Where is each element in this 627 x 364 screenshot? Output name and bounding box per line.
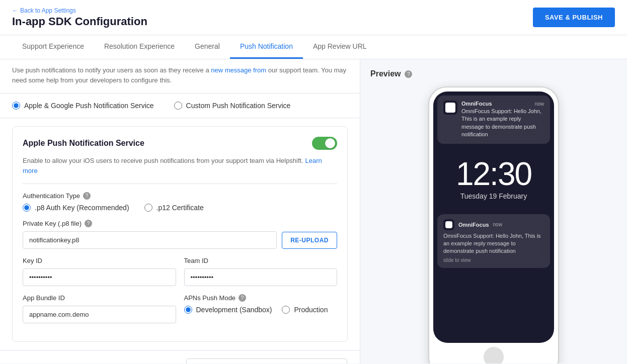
save-publish-button[interactable]: SAVE & PUBLISH [533,8,615,27]
bottom-notif-text: OmniFocus Support: Hello John, This is a… [443,232,544,255]
bundle-id-section: App Bundle ID [23,294,176,323]
bottom-notification: OmniFocus now OmniFocus Support: Hello J… [437,214,550,268]
team-id-label: Team ID [184,257,338,264]
service-option-apple-google[interactable]: Apple & Google Push Notification Service [12,102,154,110]
intro-section: Use push notifications to notify your us… [0,59,360,94]
key-team-row: Key ID Team ID [23,257,337,286]
bundle-apns-row: App Bundle ID APNs Push Mode ? Developme… [23,294,337,323]
bottom-notif-app: OmniFocus [458,222,489,228]
notif-app-name: OmniFocus [461,101,492,107]
auth-p8-option[interactable]: .p8 Auth Key (Recommended) [23,204,129,212]
team-id-input[interactable] [184,268,338,286]
phone-home-button[interactable] [484,347,504,363]
apns-mode-section: APNs Push Mode ? Development (Sandbox) P… [184,294,338,323]
notif-app-icon [443,101,457,115]
lock-time: 12:30 [433,158,554,190]
lock-screen-center: 12:30 Tuesday 19 February [433,148,554,210]
auth-type-section: Authentication Type ? .p8 Auth Key (Reco… [23,192,337,212]
key-id-input[interactable] [23,268,176,286]
slide-to-view: slide to view [443,257,544,263]
service-option-custom[interactable]: Custom Push Notification Service [174,102,291,110]
auth-p12-label: .p12 Certificate [156,204,204,212]
back-link-label: Back to App Settings [20,7,76,14]
preview-label: Preview [370,69,401,78]
key-id-label: Key ID [23,257,176,264]
bottom-options: Update Badge Count ? Custom Sound Alert [0,350,360,363]
notif-text: OmniFocus Support: Hello John, This is a… [461,108,544,139]
screen-spacer [433,272,554,287]
intro-text: Use push notifications to notify your us… [12,65,348,85]
service-option-custom-label: Custom Push Notification Service [186,102,291,110]
intro-link[interactable]: new message from [211,66,266,74]
main-layout: Use push notifications to notify your us… [0,59,627,363]
apns-card-header: Apple Push Notification Service [23,137,337,150]
bundle-id-label: App Bundle ID [23,294,176,302]
preview-header: Preview ? [370,69,617,78]
back-arrow-icon: ← [12,7,18,14]
notif-content: OmniFocus now OmniFocus Support: Hello J… [461,101,544,139]
lock-date: Tuesday 19 February [433,192,554,200]
top-bar: ← Back to App Settings In-app SDK Config… [0,0,627,35]
notif-time: now [535,101,544,107]
key-id-section: Key ID [23,257,176,286]
notif-icon-inner [445,103,455,113]
apns-sandbox-option[interactable]: Development (Sandbox) [184,306,272,314]
tab-resolution[interactable]: Resolution Experience [94,35,185,59]
apns-mode-help-icon[interactable]: ? [239,294,246,302]
service-selector: Apple & Google Push Notification Service… [0,94,360,118]
back-link[interactable]: ← Back to App Settings [12,7,147,14]
apns-mode-label: APNs Push Mode ? [184,294,338,302]
file-upload-row: RE-UPLOAD [23,231,337,249]
apns-card-title: Apple Push Notification Service [23,139,144,148]
apns-sandbox-label: Development (Sandbox) [196,306,272,314]
apns-card-desc: Enable to allow your iOS users to receiv… [23,156,337,175]
notif-app-row: OmniFocus now [461,101,544,107]
reupload-button[interactable]: RE-UPLOAD [282,232,337,249]
auth-type-radio-group: .p8 Auth Key (Recommended) .p12 Certific… [23,204,337,212]
service-option-apple-google-label: Apple & Google Push Notification Service [24,102,154,110]
bottom-notif-icon-inner [445,221,452,228]
toggle-slider [312,137,337,150]
phone-frame: OmniFocus now OmniFocus Support: Hello J… [428,86,559,363]
top-notification: OmniFocus now OmniFocus Support: Hello J… [437,96,550,144]
tab-push[interactable]: Push Notification [230,35,303,59]
team-id-section: Team ID [184,257,338,286]
bottom-notif-icon [443,219,454,230]
bottom-notif-time: now [493,222,502,227]
tab-review[interactable]: App Review URL [303,35,377,59]
private-key-label: Private Key (.p8 file) ? [23,220,337,227]
auth-type-help-icon[interactable]: ? [83,192,91,200]
private-key-section: Private Key (.p8 file) ? RE-UPLOAD [23,220,337,249]
top-bar-left: ← Back to App Settings In-app SDK Config… [12,7,147,28]
tab-general[interactable]: General [185,35,230,59]
phone-screen: OmniFocus now OmniFocus Support: Hello J… [433,92,554,343]
private-key-input[interactable] [23,231,277,249]
auth-p12-option[interactable]: .p12 Certificate [144,204,204,212]
auth-p8-label: .p8 Auth Key (Recommended) [35,204,129,212]
nav-tabs: Support Experience Resolution Experience… [0,35,627,59]
apns-mode-radios: Development (Sandbox) Production [184,306,338,314]
bottom-notif-header: OmniFocus now [443,219,544,230]
tab-support[interactable]: Support Experience [12,35,94,59]
sound-file-input[interactable] [186,358,347,363]
right-panel: Preview ? OmniFocus now OmniFocus Suppor… [360,59,627,363]
left-panel: Use push notifications to notify your us… [0,59,360,363]
private-key-help-icon[interactable]: ? [85,220,92,227]
bundle-id-input[interactable] [23,306,176,323]
apns-toggle[interactable] [312,137,337,150]
page-title: In-app SDK Configuration [12,15,147,28]
preview-help-icon[interactable]: ? [405,70,412,78]
auth-type-label: Authentication Type ? [23,192,337,200]
apns-production-option[interactable]: Production [282,306,328,314]
apns-card: Apple Push Notification Service Enable t… [12,126,348,342]
apns-production-label: Production [294,306,328,314]
